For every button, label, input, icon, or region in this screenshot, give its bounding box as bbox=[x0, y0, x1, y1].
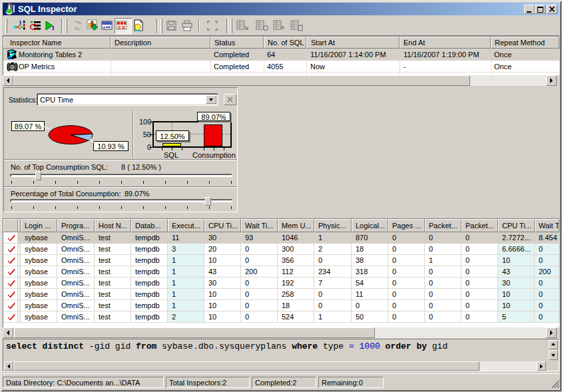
svg-text:**: ** bbox=[106, 25, 111, 31]
svg-text:I: I bbox=[52, 25, 55, 31]
